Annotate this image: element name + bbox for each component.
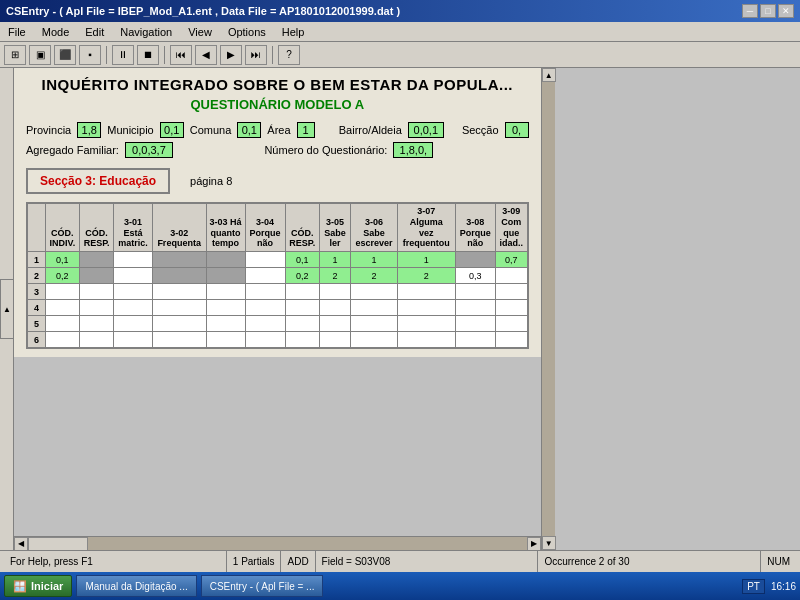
table-cell[interactable] xyxy=(351,316,398,332)
toolbar-prev[interactable]: ◀ xyxy=(195,45,217,65)
table-cell[interactable] xyxy=(79,300,113,316)
table-cell[interactable] xyxy=(114,332,152,348)
table-cell[interactable] xyxy=(285,284,319,300)
table-cell[interactable] xyxy=(285,316,319,332)
table-cell[interactable] xyxy=(45,284,79,300)
table-cell[interactable]: 0,1 xyxy=(45,252,79,268)
scroll-track[interactable] xyxy=(542,82,555,536)
table-cell[interactable] xyxy=(319,284,350,300)
table-cell[interactable] xyxy=(397,332,455,348)
menu-options[interactable]: Options xyxy=(224,25,270,39)
table-cell[interactable] xyxy=(495,284,527,300)
table-cell[interactable] xyxy=(79,268,113,284)
table-cell[interactable] xyxy=(206,332,245,348)
bairro-input[interactable]: 0,0,1 xyxy=(408,122,444,138)
table-cell[interactable]: 0,2 xyxy=(45,268,79,284)
table-cell[interactable] xyxy=(114,268,152,284)
toolbar-help[interactable]: ? xyxy=(278,45,300,65)
window-controls[interactable]: ─ □ ✕ xyxy=(742,4,794,18)
table-cell[interactable] xyxy=(397,300,455,316)
table-cell[interactable] xyxy=(79,284,113,300)
toolbar-stop[interactable]: ⏹ xyxy=(137,45,159,65)
table-cell[interactable] xyxy=(397,316,455,332)
table-cell[interactable] xyxy=(351,332,398,348)
menu-edit[interactable]: Edit xyxy=(81,25,108,39)
side-scroll[interactable]: ▲ xyxy=(0,279,14,339)
toolbar-btn-3[interactable]: ⬛ xyxy=(54,45,76,65)
h-scroll-thumb[interactable] xyxy=(28,537,88,551)
numero-input[interactable]: 1,8,0, xyxy=(393,142,433,158)
table-cell[interactable] xyxy=(455,252,495,268)
table-cell[interactable] xyxy=(245,316,285,332)
table-cell[interactable] xyxy=(206,284,245,300)
table-cell[interactable] xyxy=(495,300,527,316)
table-cell[interactable] xyxy=(152,300,206,316)
table-cell[interactable] xyxy=(79,316,113,332)
table-cell[interactable] xyxy=(397,284,455,300)
table-cell[interactable] xyxy=(114,252,152,268)
toolbar-last[interactable]: ⏭ xyxy=(245,45,267,65)
table-cell[interactable] xyxy=(245,268,285,284)
table-cell[interactable] xyxy=(152,284,206,300)
table-cell[interactable] xyxy=(495,332,527,348)
table-cell[interactable] xyxy=(245,252,285,268)
toolbar-btn-4[interactable]: ▪ xyxy=(79,45,101,65)
toolbar-first[interactable]: ⏮ xyxy=(170,45,192,65)
table-cell[interactable] xyxy=(206,268,245,284)
menu-file[interactable]: File xyxy=(4,25,30,39)
table-cell[interactable]: 0,1 xyxy=(285,252,319,268)
table-cell[interactable] xyxy=(206,316,245,332)
table-cell[interactable] xyxy=(319,300,350,316)
scroll-up[interactable]: ▲ xyxy=(542,68,556,82)
taskbar-item-manual[interactable]: Manual da Digitação ... xyxy=(76,575,196,597)
table-cell[interactable] xyxy=(245,300,285,316)
table-cell[interactable]: 0,3 xyxy=(455,268,495,284)
table-cell[interactable] xyxy=(455,284,495,300)
table-cell[interactable] xyxy=(206,252,245,268)
table-cell[interactable] xyxy=(152,332,206,348)
table-cell[interactable] xyxy=(152,268,206,284)
table-cell[interactable] xyxy=(206,300,245,316)
toolbar-btn-2[interactable]: ▣ xyxy=(29,45,51,65)
area-input[interactable]: 1 xyxy=(297,122,315,138)
seccao-input[interactable]: 0, xyxy=(505,122,529,138)
menu-view[interactable]: View xyxy=(184,25,216,39)
table-cell[interactable]: 1 xyxy=(351,252,398,268)
menu-help[interactable]: Help xyxy=(278,25,309,39)
menu-mode[interactable]: Mode xyxy=(38,25,74,39)
municipio-input[interactable]: 0,1 xyxy=(160,122,184,138)
table-cell[interactable]: 0,2 xyxy=(285,268,319,284)
table-cell[interactable] xyxy=(319,316,350,332)
table-cell[interactable]: 2 xyxy=(319,268,350,284)
table-cell[interactable] xyxy=(245,332,285,348)
comuna-input[interactable]: 0,1 xyxy=(237,122,261,138)
table-cell[interactable] xyxy=(245,284,285,300)
table-cell[interactable]: 0,7 xyxy=(495,252,527,268)
provincia-input[interactable]: 1,8 xyxy=(77,122,101,138)
table-cell[interactable] xyxy=(79,332,113,348)
toolbar-next[interactable]: ▶ xyxy=(220,45,242,65)
toolbar-btn-1[interactable]: ⊞ xyxy=(4,45,26,65)
h-scroll-left[interactable]: ◀ xyxy=(14,537,28,551)
table-cell[interactable] xyxy=(455,300,495,316)
table-cell[interactable] xyxy=(495,316,527,332)
table-cell[interactable] xyxy=(455,316,495,332)
table-cell[interactable] xyxy=(45,300,79,316)
table-cell[interactable] xyxy=(45,316,79,332)
menu-navigation[interactable]: Navigation xyxy=(116,25,176,39)
table-cell[interactable] xyxy=(114,284,152,300)
agregado-input[interactable]: 0,0,3,7 xyxy=(125,142,173,158)
table-cell[interactable]: 2 xyxy=(351,268,398,284)
table-cell[interactable] xyxy=(495,268,527,284)
taskbar-item-csentry[interactable]: CSEntry - ( Apl File = ... xyxy=(201,575,324,597)
h-scroll-track[interactable] xyxy=(28,537,527,551)
h-scroll-right[interactable]: ▶ xyxy=(527,537,541,551)
maximize-button[interactable]: □ xyxy=(760,4,776,18)
table-cell[interactable] xyxy=(351,300,398,316)
table-cell[interactable]: 1 xyxy=(397,252,455,268)
table-cell[interactable] xyxy=(319,332,350,348)
table-cell[interactable] xyxy=(285,332,319,348)
table-cell[interactable]: 2 xyxy=(397,268,455,284)
table-cell[interactable] xyxy=(455,332,495,348)
table-cell[interactable]: 1 xyxy=(319,252,350,268)
